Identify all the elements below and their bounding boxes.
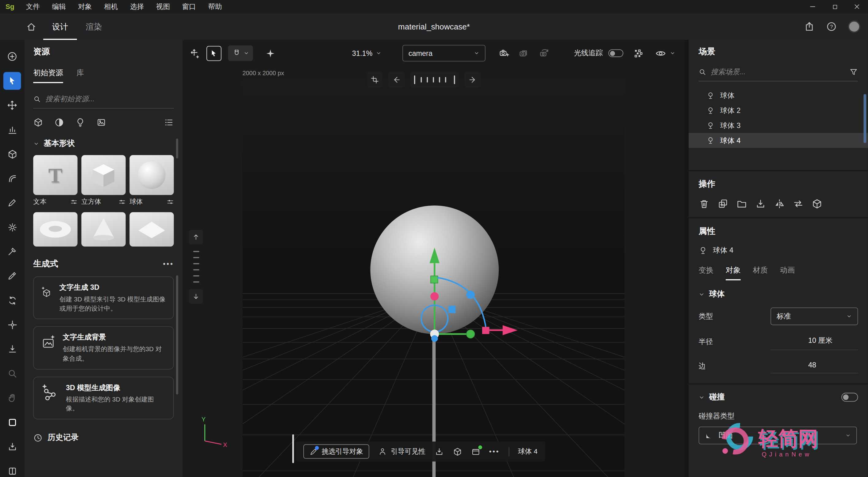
- move-tool[interactable]: [3, 96, 21, 114]
- convert-3d-icon[interactable]: [812, 198, 823, 209]
- scene-item-sphere1[interactable]: 球体: [689, 88, 868, 103]
- render-region-tool[interactable]: [3, 413, 21, 431]
- raytrace-toggle[interactable]: [608, 50, 623, 57]
- material-sparkle-icon[interactable]: [265, 48, 275, 58]
- maximize-button[interactable]: [824, 0, 846, 13]
- camera-select[interactable]: camera: [402, 45, 486, 61]
- nudge-down-button[interactable]: [189, 289, 203, 304]
- menu-select[interactable]: 选择: [124, 2, 150, 11]
- menu-view[interactable]: 视图: [150, 2, 176, 11]
- menu-camera[interactable]: 相机: [98, 2, 124, 11]
- filter-lights-icon[interactable]: [75, 118, 85, 127]
- asset-card-plane[interactable]: [129, 212, 174, 246]
- variant-slider-icon[interactable]: [166, 198, 174, 205]
- denoise-icon[interactable]: [633, 48, 644, 58]
- pick-guide-button[interactable]: 挑选引导对象: [303, 444, 369, 458]
- more-options-button[interactable]: •••: [489, 448, 500, 455]
- snap-button[interactable]: [228, 46, 253, 61]
- download-button[interactable]: [434, 447, 444, 456]
- nudge-up-button[interactable]: [189, 230, 203, 244]
- menu-help[interactable]: 帮助: [202, 2, 228, 11]
- asset-card-torus[interactable]: [33, 212, 77, 246]
- filter-models-icon[interactable]: [33, 118, 43, 127]
- gen-card-text-to-background[interactable]: 文字生成背景 创建相机背景的图像并与您的3D 对象合成。: [33, 327, 174, 369]
- pivot-tool[interactable]: [3, 316, 21, 334]
- chevron-down-icon[interactable]: [699, 291, 705, 297]
- history-section[interactable]: 历史记录: [33, 433, 174, 443]
- assets-search-input[interactable]: 搜索初始资源...: [33, 94, 174, 109]
- asset-card-text[interactable]: T 文本: [33, 155, 77, 207]
- assets-scrollbar-thumb[interactable]: [176, 275, 178, 394]
- assets-scrollbar-thumb[interactable]: [176, 139, 178, 158]
- zoom-tool[interactable]: [3, 365, 21, 383]
- zoom-dropdown[interactable]: 31.1%: [352, 49, 381, 57]
- export-tool[interactable]: [3, 438, 21, 455]
- select-tool[interactable]: [3, 72, 21, 90]
- scene-item-sphere3[interactable]: 球体 3: [689, 118, 868, 133]
- view-options-eye-icon[interactable]: [655, 47, 666, 59]
- menu-object[interactable]: 对象: [72, 2, 98, 11]
- tab-object[interactable]: 对象: [726, 265, 741, 280]
- asset-card-sphere[interactable]: 球体: [129, 155, 174, 207]
- tab-library[interactable]: 库: [76, 68, 84, 83]
- model-cube-button[interactable]: [453, 447, 462, 456]
- tab-transform[interactable]: 变换: [699, 265, 714, 280]
- type-select[interactable]: 标准: [771, 307, 858, 325]
- tab-animation[interactable]: 动画: [780, 265, 795, 280]
- measure-tool[interactable]: [3, 121, 21, 139]
- camera-sync-icon[interactable]: [538, 48, 550, 59]
- paint-tool[interactable]: [3, 267, 21, 285]
- scene-search-input[interactable]: 搜索场景...: [699, 67, 858, 81]
- tab-material[interactable]: 材质: [753, 265, 768, 280]
- collider-type-select[interactable]: 凹面: [699, 427, 857, 444]
- replace-tool[interactable]: [3, 291, 21, 309]
- chevron-down-icon[interactable]: [670, 50, 675, 56]
- chevron-down-icon[interactable]: [33, 141, 39, 147]
- close-button[interactable]: [846, 0, 868, 13]
- nudge-track[interactable]: [193, 251, 199, 283]
- filter-funnel-icon[interactable]: [849, 67, 858, 77]
- scene-item-sphere2[interactable]: 球体 2: [689, 103, 868, 118]
- add-content-button[interactable]: [3, 48, 21, 65]
- tab-design[interactable]: 设计: [43, 13, 77, 40]
- asset-card-cube[interactable]: 立方体: [81, 155, 125, 207]
- home-button[interactable]: [19, 13, 43, 40]
- minimize-button[interactable]: [801, 0, 824, 13]
- guide-visibility-button[interactable]: 引导可见性: [378, 447, 426, 456]
- swap-icon[interactable]: [793, 198, 804, 209]
- panel-divider[interactable]: [685, 40, 689, 477]
- add-to-scene-icon[interactable]: [189, 47, 201, 59]
- scene-scrollbar-thumb[interactable]: [863, 94, 866, 143]
- help-button[interactable]: ?: [826, 21, 837, 32]
- export-model-icon[interactable]: [755, 198, 766, 209]
- group-folder-icon[interactable]: [736, 198, 747, 209]
- pan-tool[interactable]: [3, 389, 21, 407]
- pen-tool[interactable]: [3, 194, 21, 212]
- chevron-down-icon[interactable]: [699, 394, 705, 400]
- share-button[interactable]: [804, 21, 815, 32]
- reframe-button[interactable]: [367, 72, 383, 88]
- isolate-tool[interactable]: [3, 145, 21, 163]
- variant-slider-icon[interactable]: [70, 198, 77, 205]
- sides-input[interactable]: 48: [771, 359, 858, 374]
- environment-tool[interactable]: [3, 218, 21, 236]
- cameras-icon[interactable]: [519, 48, 530, 59]
- avatar[interactable]: [848, 21, 860, 33]
- filter-images-icon[interactable]: [96, 118, 106, 127]
- menu-window[interactable]: 窗口: [176, 2, 202, 11]
- canvas[interactable]: [243, 81, 624, 477]
- gen-card-text-to-3d[interactable]: 文字生成 3D 创建 3D 模型来引导 3D 模型生成图像或用于您的设计中。: [33, 276, 174, 320]
- menu-edit[interactable]: 编辑: [46, 2, 72, 11]
- viewport[interactable]: 31.1% camera 光线追踪 2000 x 2000 px: [183, 40, 685, 477]
- camera-ruler[interactable]: [410, 72, 459, 88]
- add-camera-button[interactable]: [499, 48, 510, 59]
- variant-slider-icon[interactable]: [118, 198, 125, 205]
- menu-file[interactable]: 文件: [20, 2, 46, 11]
- gen-card-model-to-image[interactable]: 3D 模型生成图像 根据描述和您的 3D 对象创建图像。: [33, 377, 174, 420]
- filter-materials-icon[interactable]: [54, 118, 64, 127]
- delete-icon[interactable]: [699, 198, 710, 209]
- tab-starter-assets[interactable]: 初始资源: [33, 68, 63, 83]
- gizmo-mode-button[interactable]: [207, 46, 221, 61]
- asset-card-cone[interactable]: [81, 212, 125, 246]
- list-view-icon[interactable]: [164, 118, 174, 127]
